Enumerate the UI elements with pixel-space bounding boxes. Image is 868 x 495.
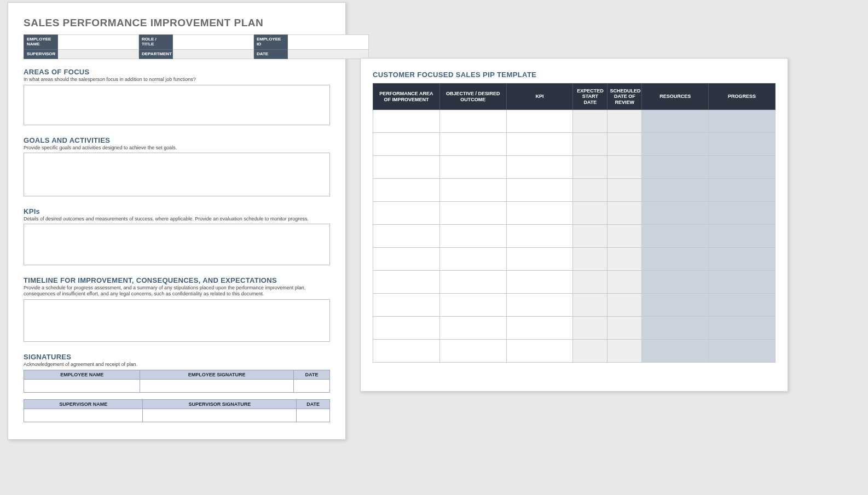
cell-objective[interactable] <box>439 294 506 317</box>
cell-start-date[interactable] <box>573 317 607 340</box>
cell-area[interactable] <box>373 225 440 248</box>
cell-start-date[interactable] <box>573 110 607 133</box>
supervisor-signature-cell[interactable] <box>143 409 297 422</box>
cell-kpi[interactable] <box>506 340 573 363</box>
field-date[interactable] <box>288 49 369 59</box>
cell-resources[interactable] <box>642 133 709 156</box>
cell-area[interactable] <box>373 156 440 179</box>
cell-progress[interactable] <box>709 156 776 179</box>
field-role-title[interactable] <box>173 35 254 50</box>
cell-objective[interactable] <box>439 225 506 248</box>
table-row <box>373 156 776 179</box>
cell-review-date[interactable] <box>607 317 642 340</box>
cell-resources[interactable] <box>642 294 709 317</box>
cell-progress[interactable] <box>709 179 776 202</box>
cell-start-date[interactable] <box>573 133 607 156</box>
cell-objective[interactable] <box>439 248 506 271</box>
cell-progress[interactable] <box>709 294 776 317</box>
cell-resources[interactable] <box>642 248 709 271</box>
cell-review-date[interactable] <box>607 294 642 317</box>
cell-area[interactable] <box>373 271 440 294</box>
cell-resources[interactable] <box>642 317 709 340</box>
cell-start-date[interactable] <box>573 271 607 294</box>
cell-objective[interactable] <box>439 317 506 340</box>
right-document: CUSTOMER FOCUSED SALES PIP TEMPLATE PERF… <box>360 58 788 392</box>
cell-resources[interactable] <box>642 271 709 294</box>
cell-resources[interactable] <box>642 179 709 202</box>
cell-progress[interactable] <box>709 317 776 340</box>
cell-objective[interactable] <box>439 156 506 179</box>
cell-kpi[interactable] <box>506 133 573 156</box>
field-employee-id[interactable] <box>288 35 369 50</box>
cell-kpi[interactable] <box>506 317 573 340</box>
cell-review-date[interactable] <box>607 156 642 179</box>
cell-resources[interactable] <box>642 202 709 225</box>
supervisor-name-cell[interactable] <box>24 409 143 422</box>
cell-review-date[interactable] <box>607 340 642 363</box>
left-document: SALES PERFORMANCE IMPROVEMENT PLAN EMPLO… <box>8 2 346 440</box>
cell-review-date[interactable] <box>607 248 642 271</box>
label-employee-id: EMPLOYEE ID <box>254 35 288 50</box>
cell-resources[interactable] <box>642 340 709 363</box>
cell-start-date[interactable] <box>573 156 607 179</box>
cell-start-date[interactable] <box>573 179 607 202</box>
cell-kpi[interactable] <box>506 156 573 179</box>
timeline-input[interactable] <box>24 299 330 342</box>
cell-area[interactable] <box>373 133 440 156</box>
cell-start-date[interactable] <box>573 202 607 225</box>
cell-progress[interactable] <box>709 271 776 294</box>
cell-start-date[interactable] <box>573 294 607 317</box>
table-row <box>373 179 776 202</box>
cell-review-date[interactable] <box>607 179 642 202</box>
cell-objective[interactable] <box>439 202 506 225</box>
cell-start-date[interactable] <box>573 248 607 271</box>
cell-area[interactable] <box>373 317 440 340</box>
cell-review-date[interactable] <box>607 225 642 248</box>
cell-start-date[interactable] <box>573 225 607 248</box>
cell-review-date[interactable] <box>607 271 642 294</box>
cell-progress[interactable] <box>709 133 776 156</box>
field-department[interactable] <box>173 49 254 59</box>
cell-progress[interactable] <box>709 248 776 271</box>
cell-objective[interactable] <box>439 340 506 363</box>
cell-area[interactable] <box>373 248 440 271</box>
field-employee-name[interactable] <box>58 35 139 50</box>
cell-objective[interactable] <box>439 271 506 294</box>
cell-area[interactable] <box>373 340 440 363</box>
label-date: DATE <box>254 49 288 59</box>
cell-kpi[interactable] <box>506 110 573 133</box>
cell-review-date[interactable] <box>607 110 642 133</box>
cell-objective[interactable] <box>439 133 506 156</box>
supervisor-date-cell[interactable] <box>297 409 330 422</box>
cell-kpi[interactable] <box>506 248 573 271</box>
cell-area[interactable] <box>373 294 440 317</box>
cell-progress[interactable] <box>709 110 776 133</box>
cell-progress[interactable] <box>709 202 776 225</box>
cell-kpi[interactable] <box>506 225 573 248</box>
col-kpi: KPI <box>506 84 573 110</box>
cell-kpi[interactable] <box>506 202 573 225</box>
cell-resources[interactable] <box>642 110 709 133</box>
employee-name-cell[interactable] <box>24 379 140 392</box>
cell-objective[interactable] <box>439 110 506 133</box>
cell-kpi[interactable] <box>506 179 573 202</box>
cell-kpi[interactable] <box>506 294 573 317</box>
field-supervisor[interactable] <box>58 49 139 59</box>
cell-review-date[interactable] <box>607 133 642 156</box>
cell-kpi[interactable] <box>506 271 573 294</box>
areas-of-focus-input[interactable] <box>24 85 330 125</box>
employee-date-cell[interactable] <box>294 379 330 392</box>
kpis-input[interactable] <box>24 224 330 265</box>
cell-resources[interactable] <box>642 156 709 179</box>
cell-progress[interactable] <box>709 340 776 363</box>
cell-area[interactable] <box>373 110 440 133</box>
cell-area[interactable] <box>373 202 440 225</box>
cell-progress[interactable] <box>709 225 776 248</box>
cell-resources[interactable] <box>642 225 709 248</box>
cell-start-date[interactable] <box>573 340 607 363</box>
goals-activities-input[interactable] <box>24 153 330 196</box>
cell-objective[interactable] <box>439 179 506 202</box>
employee-signature-cell[interactable] <box>140 379 294 392</box>
cell-area[interactable] <box>373 179 440 202</box>
cell-review-date[interactable] <box>607 202 642 225</box>
